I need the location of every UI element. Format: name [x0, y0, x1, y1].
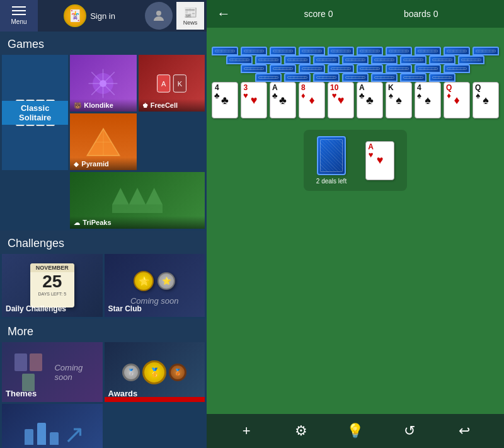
daily-challenges-label: Daily Challenges: [6, 304, 66, 313]
deck-card[interactable]: [317, 136, 346, 175]
game-tile-classic[interactable]: A K Q J 9 8 7 6 Classic Solitaire: [2, 55, 68, 170]
menu-button[interactable]: Menu: [0, 0, 38, 32]
game-tile-freecell[interactable]: A K ♚ FreeCell: [139, 55, 205, 112]
svg-text:A: A: [161, 80, 166, 88]
card-r1-c3: [270, 47, 296, 55]
freecell-label: ♚ FreeCell: [139, 99, 205, 112]
card-r2-c7: [400, 55, 427, 64]
undo-button[interactable]: ↩: [450, 417, 478, 445]
card-row-2: [226, 55, 484, 64]
face-up-card[interactable]: A ♥ ♥: [365, 141, 394, 180]
card-r5-c7[interactable]: K ♠ ♠: [386, 82, 412, 118]
card-r3-c6: [386, 64, 412, 73]
coin-gold: ⭐: [134, 271, 154, 291]
card-r1-c2: [241, 47, 267, 55]
game-tile-tripeaks[interactable]: ☁ TriPeaks: [70, 172, 205, 229]
svg-marker-16: [146, 188, 163, 205]
card-r5-c4[interactable]: 8 ♦ ♦: [299, 82, 325, 118]
stats-arrow-up: ↗: [64, 420, 85, 449]
sign-in-text[interactable]: Sign in: [90, 11, 115, 21]
card-r1-c8: [415, 47, 441, 55]
news-icon: 📰: [183, 6, 197, 20]
card-r2-c8: [429, 55, 455, 64]
deal-count: 2 deals left: [316, 178, 346, 185]
card-r3-c2: [270, 64, 296, 73]
card-r5-c3[interactable]: A ♣ ♣: [270, 82, 296, 118]
hamburger-line-1: [12, 6, 26, 8]
game-tile-pyramid[interactable]: ◆ Pyramid: [70, 113, 136, 170]
svg-marker-15: [129, 188, 146, 205]
card-r2-c2: [255, 55, 282, 64]
theme-card-1: [14, 353, 27, 371]
more-tile-statistics[interactable]: ↗ Statistics: [2, 404, 103, 448]
games-grid: A K Q J 9 8 7 6 Classic Solitaire: [0, 55, 207, 231]
card-r2-c3: [284, 55, 311, 64]
back-button[interactable]: ←: [214, 3, 233, 25]
card-row-1: [212, 47, 499, 55]
card-r5-c6[interactable]: A ♣ ♣: [357, 82, 383, 118]
medal-silver: 🥈: [122, 364, 140, 381]
game-tile-klondike[interactable]: 🐻 Klondike: [70, 55, 136, 112]
add-button[interactable]: +: [232, 417, 260, 445]
more-tile-awards[interactable]: 🥈 🥇 🥉 Awards: [105, 342, 205, 402]
card-row-4: [255, 73, 455, 82]
settings-button[interactable]: ⚙: [287, 417, 315, 445]
card-r1-c6: [357, 47, 383, 55]
coin-silver: ⭐: [158, 272, 175, 290]
avatar-button[interactable]: [145, 2, 173, 30]
pyramid-area: 4 ♣ ♣ 3 ♥ ♥ A ♣ ♣: [212, 47, 499, 118]
card-suit: ♥: [369, 151, 374, 159]
card-r3-c5: [357, 64, 383, 73]
card-r5-c2[interactable]: 3 ♥ ♥: [241, 82, 267, 118]
news-button[interactable]: 📰 News: [176, 2, 204, 30]
starclub-label: Star Club: [108, 304, 142, 313]
card-r1-c9: [444, 47, 470, 55]
games-section-title: Games: [0, 32, 207, 55]
ace-hearts-card[interactable]: A ♥ ♥: [365, 141, 394, 180]
hint-button[interactable]: 💡: [341, 417, 369, 445]
card-r5-c10[interactable]: Q ♠ ♠: [472, 82, 499, 118]
deal-area: 2 deals left A ♥ ♥: [304, 130, 407, 191]
themes-label: Themes: [6, 389, 37, 398]
theme-card-2: [30, 353, 42, 371]
card-r5-c9[interactable]: Q ♦ ♦: [444, 82, 470, 118]
card-row-5: 4 ♣ ♣ 3 ♥ ♥ A ♣ ♣: [212, 82, 499, 118]
news-label: News: [183, 20, 198, 26]
more-tile-themes[interactable]: Coming soon Themes: [2, 342, 103, 402]
tripeaks-svg: [112, 185, 163, 216]
challenge-tile-starclub[interactable]: ⭐ ⭐ Coming soon Star Club: [105, 254, 205, 317]
card-r2-c5: [342, 55, 369, 64]
game-area: // We'll render this via JS below 4 ♣ ♣: [207, 28, 504, 414]
card-top-left: A ♥: [368, 143, 374, 159]
calendar-days-left: DAYS LEFT: 5: [38, 292, 66, 296]
card-r4-c1: [255, 73, 282, 82]
left-panel: Menu 🃏 Sign in 📰 News Games A: [0, 0, 207, 448]
logo-area: 🃏 Sign in: [38, 4, 141, 27]
challenge-tile-daily[interactable]: NOVEMBER 25 DAYS LEFT: 5 Daily Challenge…: [2, 254, 103, 317]
card-r3-c8: [444, 64, 470, 73]
deal-left: 2 deals left: [316, 136, 346, 185]
klondike-icon: 🐻: [74, 102, 81, 109]
card-r1-c1: [212, 47, 238, 55]
card-r3-c7: [415, 64, 441, 73]
card-r4-c2: [284, 73, 311, 82]
card-r5-c8[interactable]: 4 ♠ ♠: [415, 82, 441, 118]
card-r5-c1[interactable]: 4 ♣ ♣: [212, 82, 238, 118]
svg-text:K: K: [177, 80, 182, 88]
score-display: score 0: [304, 9, 333, 19]
tripeaks-label: ☁ TriPeaks: [70, 216, 205, 229]
card-r5-c5[interactable]: 10 ♥ ♥: [328, 82, 354, 118]
card-r4-c5: [371, 73, 398, 82]
challenges-section-title: Challenges: [0, 231, 207, 254]
card-r2-c1: [226, 55, 253, 64]
bar-3: [50, 432, 59, 445]
pyramid-label: ◆ Pyramid: [70, 158, 136, 170]
card-row-3: [241, 64, 470, 73]
avatar-icon: [151, 8, 166, 23]
hamburger-line-2: [12, 10, 26, 11]
card-r3-c1: [241, 64, 267, 73]
klondike-label-text: Klondike: [84, 101, 113, 109]
classic-solitaire-label: Classic Solitaire: [2, 101, 68, 125]
undo2-button[interactable]: ↺: [396, 417, 423, 445]
tripeaks-icon: ☁: [74, 219, 80, 226]
